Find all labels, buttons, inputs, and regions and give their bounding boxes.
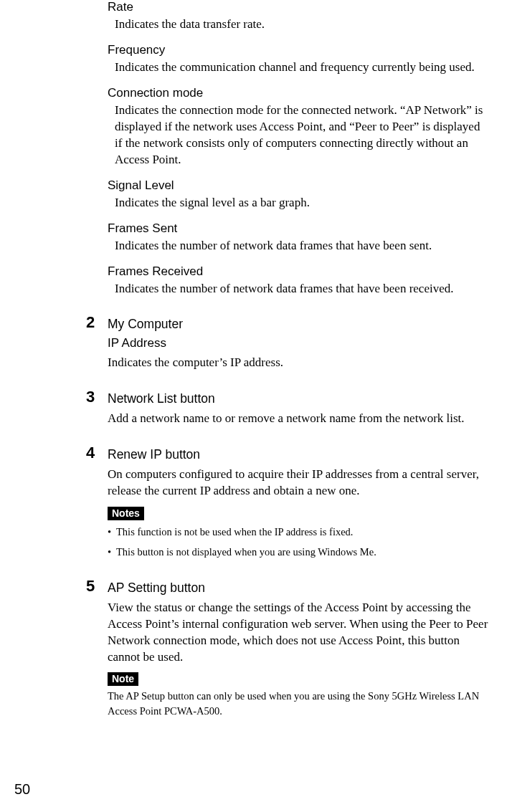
- section-body: Add a network name to or remove a networ…: [108, 411, 490, 427]
- section-title: Renew IP button: [108, 447, 490, 462]
- def-desc: Indicates the signal level as a bar grap…: [115, 195, 490, 211]
- definition-signal-level: Signal Level Indicates the signal level …: [108, 178, 490, 211]
- definition-frames-sent: Frames Sent Indicates the number of netw…: [108, 221, 490, 254]
- section-3-network-list: 3 Network List button Add a network name…: [108, 391, 490, 427]
- note-label: Note: [108, 672, 138, 686]
- def-term: Frequency: [108, 43, 490, 57]
- section-5-ap-setting: 5 AP Setting button View the status or c…: [108, 581, 490, 718]
- section-title: AP Setting button: [108, 581, 490, 596]
- notes-list: This function is not be used when the IP…: [108, 525, 490, 560]
- def-term: Frames Received: [108, 264, 490, 279]
- note-text: The AP Setup button can only be used whe…: [108, 689, 490, 718]
- section-4-renew-ip: 4 Renew IP button On computers configure…: [108, 447, 490, 560]
- section-title: Network List button: [108, 391, 490, 406]
- section-body: Indicates the computer’s IP address.: [108, 355, 490, 371]
- def-desc: Indicates the connection mode for the co…: [115, 102, 490, 168]
- section-number: 3: [86, 388, 95, 406]
- section-title: My Computer: [108, 317, 490, 332]
- def-term: Signal Level: [108, 178, 490, 193]
- notes-label: Notes: [108, 507, 144, 520]
- definition-frames-received: Frames Received Indicates the number of …: [108, 264, 490, 297]
- def-desc: Indicates the communication channel and …: [115, 59, 490, 76]
- section-body: On computers configured to acquire their…: [108, 467, 490, 500]
- section-2-my-computer: 2 My Computer IP Address Indicates the c…: [108, 317, 490, 371]
- def-desc: Indicates the number of network data fra…: [115, 281, 490, 297]
- definition-frequency: Frequency Indicates the communication ch…: [108, 43, 490, 76]
- page: Rate Indicates the data transfer rate. F…: [0, 0, 512, 812]
- def-desc: Indicates the data transfer rate.: [115, 16, 490, 33]
- def-desc: Indicates the number of network data fra…: [115, 238, 490, 254]
- section-number: 4: [86, 444, 95, 462]
- page-number: 50: [14, 781, 30, 798]
- section-body: View the status or change the settings o…: [108, 600, 490, 666]
- definition-rate: Rate Indicates the data transfer rate.: [108, 0, 490, 33]
- definition-connection-mode: Connection mode Indicates the connection…: [108, 86, 490, 168]
- def-term: Rate: [108, 0, 490, 14]
- section-number: 2: [86, 313, 95, 332]
- note-item: This button is not displayed when you ar…: [108, 545, 490, 560]
- section-subhead: IP Address: [108, 336, 490, 350]
- def-term: Frames Sent: [108, 221, 490, 236]
- def-term: Connection mode: [108, 86, 490, 100]
- note-item: This function is not be used when the IP…: [108, 525, 490, 540]
- section-number: 5: [86, 577, 95, 596]
